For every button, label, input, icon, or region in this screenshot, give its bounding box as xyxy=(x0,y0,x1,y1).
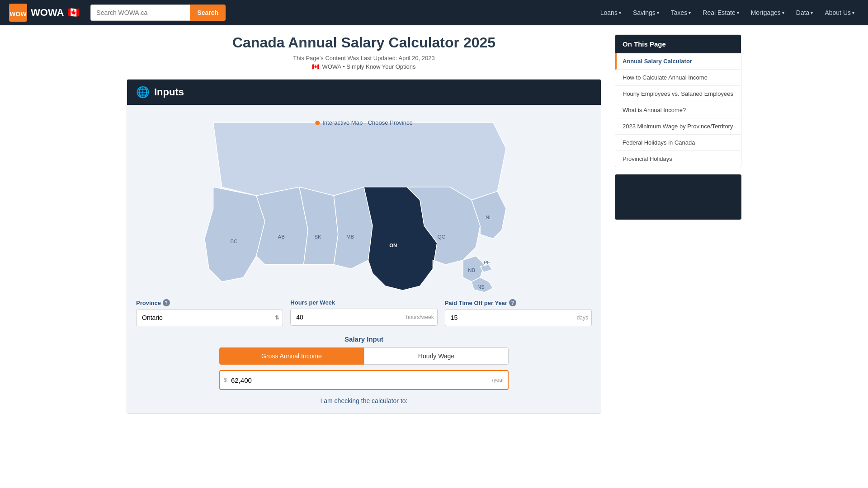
map-dot-icon xyxy=(315,121,320,125)
brand-flag-inline: 🇨🇦 xyxy=(312,63,319,70)
brand-name: WOWA xyxy=(31,7,64,19)
hourly-wage-toggle[interactable]: Hourly Wage xyxy=(364,347,509,365)
salary-value-row: $ /year xyxy=(219,370,509,390)
map-label[interactable]: Interactive Map - Choose Province xyxy=(315,119,412,126)
nav-mortgages[interactable]: Mortgages ▾ xyxy=(746,6,789,19)
real-estate-dropdown-arrow: ▾ xyxy=(737,10,739,15)
nav-data[interactable]: Data ▾ xyxy=(792,6,818,19)
calculator-card: 🌐 Inputs Interactive Map - Choose Provin… xyxy=(127,79,601,414)
salary-input[interactable] xyxy=(220,371,508,389)
salary-section-label: Salary Input xyxy=(136,335,592,343)
inputs-icon: 🌐 xyxy=(136,86,150,99)
bc-label: BC xyxy=(230,239,237,244)
canada-map-svg[interactable]: BC AB SK MB ON QC NL NB NS PE xyxy=(136,114,592,295)
brand-flag: 🇨🇦 xyxy=(67,7,80,19)
mortgages-dropdown-arrow: ▾ xyxy=(782,10,784,15)
salary-section: Salary Input Gross Annual Income Hourly … xyxy=(136,335,592,390)
calc-header-label: Inputs xyxy=(154,86,184,98)
on-this-page-header: On This Page xyxy=(615,35,741,53)
nav-savings[interactable]: Savings ▾ xyxy=(628,6,664,19)
pto-input[interactable] xyxy=(445,309,592,326)
nav-links: Loans ▾ Savings ▾ Taxes ▾ Real Estate ▾ … xyxy=(596,6,859,19)
province-input-group: Province ? Ontario British Columbia Albe… xyxy=(136,299,283,326)
sk-label: SK xyxy=(314,234,321,239)
loans-dropdown-arrow: ▾ xyxy=(619,10,621,15)
savings-dropdown-arrow: ▾ xyxy=(657,10,659,15)
page-layout: Canada Annual Salary Calculator 2025 Thi… xyxy=(118,25,750,414)
hours-input[interactable] xyxy=(290,309,437,326)
pto-input-group: Paid Time Off per Year ? days xyxy=(445,299,592,326)
toc-body: Annual Salary Calculator How to Calculat… xyxy=(615,53,741,167)
data-dropdown-arrow: ▾ xyxy=(811,10,813,15)
search-input[interactable] xyxy=(90,5,190,21)
inputs-row: Province ? Ontario British Columbia Albe… xyxy=(136,299,592,326)
search-button[interactable]: Search xyxy=(190,5,226,21)
brand-logo[interactable]: WOW WOWA 🇨🇦 xyxy=(9,4,80,22)
map-label-text: Interactive Map - Choose Province xyxy=(322,119,412,126)
toc-item-federal-holidays[interactable]: Federal Holidays in Canada xyxy=(615,135,741,151)
toc-item-hourly-salaried[interactable]: Hourly Employees vs. Salaried Employees xyxy=(615,86,741,102)
toc-item-what-is-annual[interactable]: What is Annual Income? xyxy=(615,102,741,118)
province-label: Province ? xyxy=(136,299,283,306)
pe-label: PE xyxy=(484,260,491,265)
hours-label: Hours per Week xyxy=(290,299,437,306)
map-container: Interactive Map - Choose Province xyxy=(136,114,592,295)
pto-help-icon[interactable]: ? xyxy=(509,299,516,306)
wowa-logo-icon: WOW xyxy=(9,4,27,22)
nb-label: NB xyxy=(468,267,475,273)
mb-label: MB xyxy=(346,234,354,239)
bc-province[interactable] xyxy=(205,187,265,282)
province-wrapper: Ontario British Columbia Alberta Quebec … xyxy=(136,309,283,326)
main-content: Canada Annual Salary Calculator 2025 Thi… xyxy=(127,34,601,414)
navbar: WOW WOWA 🇨🇦 Search Loans ▾ Savings ▾ Tax… xyxy=(0,0,868,25)
province-select[interactable]: Ontario British Columbia Alberta Quebec … xyxy=(136,309,283,326)
nl-label: NL xyxy=(486,215,492,220)
on-label: ON xyxy=(389,243,397,248)
checking-label: I am checking the calculator to: xyxy=(321,397,408,404)
sidebar-advertisement xyxy=(615,174,741,220)
svg-text:WOW: WOW xyxy=(9,10,27,18)
calc-header: 🌐 Inputs xyxy=(127,80,601,105)
toc-item-provincial-holidays[interactable]: Provincial Holidays xyxy=(615,151,741,167)
page-subtitle: This Page's Content Was Last Updated: Ap… xyxy=(127,55,601,61)
ab-label: AB xyxy=(278,234,285,239)
hours-wrapper: hours/week xyxy=(290,309,437,326)
page-brand-text: WOWA • Simply Know Your Options xyxy=(322,63,415,70)
ns-label: NS xyxy=(477,284,485,290)
about-dropdown-arrow: ▾ xyxy=(852,10,854,15)
nav-taxes[interactable]: Taxes ▾ xyxy=(666,6,696,19)
nav-loans[interactable]: Loans ▾ xyxy=(596,6,626,19)
taxes-dropdown-arrow: ▾ xyxy=(689,10,691,15)
gross-income-toggle[interactable]: Gross Annual Income xyxy=(219,347,364,365)
toc-item-annual-salary[interactable]: Annual Salary Calculator xyxy=(615,53,741,70)
hours-input-group: Hours per Week hours/week xyxy=(290,299,437,326)
salary-toggle: Gross Annual Income Hourly Wage xyxy=(219,347,509,365)
ab-province[interactable] xyxy=(256,187,308,264)
salary-input-wrapper: $ /year xyxy=(219,370,509,390)
calc-body: Interactive Map - Choose Province xyxy=(127,105,601,413)
toc-item-how-to-calculate[interactable]: How to Calculate Annual Income xyxy=(615,70,741,86)
checking-row: I am checking the calculator to: xyxy=(136,397,592,404)
on-this-page: On This Page Annual Salary Calculator Ho… xyxy=(615,34,741,167)
province-help-icon[interactable]: ? xyxy=(163,299,170,306)
pto-wrapper: days xyxy=(445,309,592,326)
nav-real-estate[interactable]: Real Estate ▾ xyxy=(698,6,743,19)
pto-label: Paid Time Off per Year ? xyxy=(445,299,592,306)
search-form: Search xyxy=(90,5,226,21)
nav-about-us[interactable]: About Us ▾ xyxy=(820,6,859,19)
page-brand: 🇨🇦 WOWA • Simply Know Your Options xyxy=(127,63,601,70)
toc-item-minimum-wage[interactable]: 2023 Minimum Wage by Province/Territory xyxy=(615,118,741,135)
qc-label: QC xyxy=(438,234,445,239)
page-title: Canada Annual Salary Calculator 2025 xyxy=(127,34,601,51)
sidebar: On This Page Annual Salary Calculator Ho… xyxy=(615,34,741,414)
